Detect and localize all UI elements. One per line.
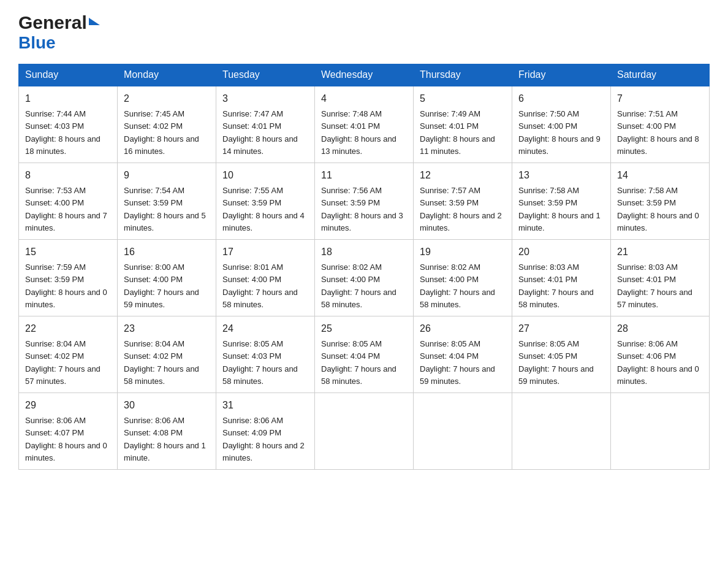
day-info: Sunrise: 8:05 AMSunset: 4:03 PMDaylight:… [222, 339, 298, 386]
day-number: 2 [124, 91, 210, 106]
calendar-cell: 14Sunrise: 7:58 AMSunset: 3:59 PMDayligh… [611, 163, 710, 240]
calendar-cell: 1Sunrise: 7:44 AMSunset: 4:03 PMDaylight… [19, 86, 118, 163]
calendar-cell [512, 393, 611, 470]
calendar-cell: 10Sunrise: 7:55 AMSunset: 3:59 PMDayligh… [216, 163, 315, 240]
calendar-cell: 28Sunrise: 8:06 AMSunset: 4:06 PMDayligh… [611, 316, 710, 393]
calendar-cell: 11Sunrise: 7:56 AMSunset: 3:59 PMDayligh… [315, 163, 414, 240]
day-info: Sunrise: 8:05 AMSunset: 4:04 PMDaylight:… [321, 339, 396, 386]
calendar-cell: 9Sunrise: 7:54 AMSunset: 3:59 PMDaylight… [118, 163, 216, 240]
day-number: 20 [518, 245, 604, 259]
logo: General Blue [18, 12, 100, 53]
calendar-cell: 23Sunrise: 8:04 AMSunset: 4:02 PMDayligh… [118, 316, 216, 393]
calendar-cell: 5Sunrise: 7:49 AMSunset: 4:01 PMDaylight… [414, 86, 512, 163]
day-info: Sunrise: 7:58 AMSunset: 3:59 PMDaylight:… [518, 186, 601, 232]
day-info: Sunrise: 8:05 AMSunset: 4:04 PMDaylight:… [420, 339, 495, 386]
day-number: 3 [222, 91, 308, 106]
day-info: Sunrise: 8:05 AMSunset: 4:05 PMDaylight:… [518, 339, 594, 386]
day-number: 18 [321, 245, 407, 259]
calendar-cell: 21Sunrise: 8:03 AMSunset: 4:01 PMDayligh… [611, 240, 710, 316]
weekday-header-monday: Monday [118, 64, 216, 86]
week-row-4: 22Sunrise: 8:04 AMSunset: 4:02 PMDayligh… [19, 316, 710, 393]
day-number: 14 [617, 168, 703, 183]
day-info: Sunrise: 7:51 AMSunset: 4:00 PMDaylight:… [617, 109, 699, 156]
weekday-header-tuesday: Tuesday [216, 64, 315, 86]
day-number: 16 [124, 245, 210, 259]
day-number: 29 [25, 398, 111, 413]
day-info: Sunrise: 7:57 AMSunset: 3:59 PMDaylight:… [420, 186, 502, 232]
day-info: Sunrise: 8:06 AMSunset: 4:07 PMDaylight:… [25, 416, 107, 462]
day-info: Sunrise: 8:06 AMSunset: 4:06 PMDaylight:… [617, 339, 699, 386]
day-number: 1 [25, 91, 111, 106]
day-number: 26 [420, 321, 506, 336]
day-info: Sunrise: 8:03 AMSunset: 4:01 PMDaylight:… [617, 262, 692, 309]
day-number: 23 [124, 321, 210, 336]
day-number: 13 [518, 168, 604, 183]
day-info: Sunrise: 7:54 AMSunset: 3:59 PMDaylight:… [124, 186, 206, 232]
day-info: Sunrise: 8:04 AMSunset: 4:02 PMDaylight:… [25, 339, 100, 386]
day-number: 15 [25, 245, 111, 259]
weekday-header-sunday: Sunday [19, 64, 118, 86]
calendar-cell: 19Sunrise: 8:02 AMSunset: 4:00 PMDayligh… [414, 240, 512, 316]
day-info: Sunrise: 7:49 AMSunset: 4:01 PMDaylight:… [420, 109, 495, 156]
day-number: 19 [420, 245, 506, 259]
day-info: Sunrise: 7:53 AMSunset: 4:00 PMDaylight:… [25, 186, 107, 232]
calendar-cell: 20Sunrise: 8:03 AMSunset: 4:01 PMDayligh… [512, 240, 611, 316]
day-info: Sunrise: 7:58 AMSunset: 3:59 PMDaylight:… [617, 186, 699, 232]
day-number: 9 [124, 168, 210, 183]
calendar-cell: 30Sunrise: 8:06 AMSunset: 4:08 PMDayligh… [118, 393, 216, 470]
weekday-header-thursday: Thursday [414, 64, 512, 86]
calendar-cell: 29Sunrise: 8:06 AMSunset: 4:07 PMDayligh… [19, 393, 118, 470]
day-info: Sunrise: 7:44 AMSunset: 4:03 PMDaylight:… [25, 109, 100, 156]
calendar-cell: 6Sunrise: 7:50 AMSunset: 4:00 PMDaylight… [512, 86, 611, 163]
day-number: 24 [222, 321, 308, 336]
calendar-cell [315, 393, 414, 470]
weekday-header-saturday: Saturday [611, 64, 710, 86]
week-row-2: 8Sunrise: 7:53 AMSunset: 4:00 PMDaylight… [19, 163, 710, 240]
page-header: General Blue [18, 12, 710, 53]
day-number: 4 [321, 91, 407, 106]
day-info: Sunrise: 7:45 AMSunset: 4:02 PMDaylight:… [124, 109, 199, 156]
day-info: Sunrise: 8:02 AMSunset: 4:00 PMDaylight:… [420, 262, 495, 309]
day-info: Sunrise: 7:48 AMSunset: 4:01 PMDaylight:… [321, 109, 396, 156]
week-row-5: 29Sunrise: 8:06 AMSunset: 4:07 PMDayligh… [19, 393, 710, 470]
day-info: Sunrise: 8:00 AMSunset: 4:00 PMDaylight:… [124, 262, 199, 309]
calendar-cell: 27Sunrise: 8:05 AMSunset: 4:05 PMDayligh… [512, 316, 611, 393]
calendar-cell [611, 393, 710, 470]
day-number: 31 [222, 398, 308, 413]
day-number: 10 [222, 168, 308, 183]
calendar-cell: 26Sunrise: 8:05 AMSunset: 4:04 PMDayligh… [414, 316, 512, 393]
logo-general: General [18, 12, 87, 33]
day-info: Sunrise: 8:02 AMSunset: 4:00 PMDaylight:… [321, 262, 396, 309]
calendar-cell: 3Sunrise: 7:47 AMSunset: 4:01 PMDaylight… [216, 86, 315, 163]
day-info: Sunrise: 8:06 AMSunset: 4:08 PMDaylight:… [124, 416, 206, 462]
calendar-cell: 24Sunrise: 8:05 AMSunset: 4:03 PMDayligh… [216, 316, 315, 393]
day-info: Sunrise: 7:50 AMSunset: 4:00 PMDaylight:… [518, 109, 601, 156]
calendar-cell: 17Sunrise: 8:01 AMSunset: 4:00 PMDayligh… [216, 240, 315, 316]
calendar-cell [414, 393, 512, 470]
day-number: 21 [617, 245, 703, 259]
calendar-cell: 31Sunrise: 8:06 AMSunset: 4:09 PMDayligh… [216, 393, 315, 470]
calendar-cell: 12Sunrise: 7:57 AMSunset: 3:59 PMDayligh… [414, 163, 512, 240]
calendar-cell: 18Sunrise: 8:02 AMSunset: 4:00 PMDayligh… [315, 240, 414, 316]
day-info: Sunrise: 8:01 AMSunset: 4:00 PMDaylight:… [222, 262, 298, 309]
logo-blue: Blue [18, 33, 56, 53]
calendar-cell: 13Sunrise: 7:58 AMSunset: 3:59 PMDayligh… [512, 163, 611, 240]
week-row-3: 15Sunrise: 7:59 AMSunset: 3:59 PMDayligh… [19, 240, 710, 316]
day-number: 12 [420, 168, 506, 183]
day-number: 5 [420, 91, 506, 106]
calendar-cell: 4Sunrise: 7:48 AMSunset: 4:01 PMDaylight… [315, 86, 414, 163]
day-info: Sunrise: 7:55 AMSunset: 3:59 PMDaylight:… [222, 186, 305, 232]
day-number: 22 [25, 321, 111, 336]
weekday-header-friday: Friday [512, 64, 611, 86]
calendar-cell: 25Sunrise: 8:05 AMSunset: 4:04 PMDayligh… [315, 316, 414, 393]
day-number: 28 [617, 321, 703, 336]
logo-arrow-icon [89, 18, 100, 25]
day-number: 25 [321, 321, 407, 336]
calendar-cell: 15Sunrise: 7:59 AMSunset: 3:59 PMDayligh… [19, 240, 118, 316]
day-number: 17 [222, 245, 308, 259]
calendar-cell: 22Sunrise: 8:04 AMSunset: 4:02 PMDayligh… [19, 316, 118, 393]
calendar-cell: 7Sunrise: 7:51 AMSunset: 4:00 PMDaylight… [611, 86, 710, 163]
weekday-header-row: SundayMondayTuesdayWednesdayThursdayFrid… [19, 64, 710, 86]
calendar-cell: 16Sunrise: 8:00 AMSunset: 4:00 PMDayligh… [118, 240, 216, 316]
day-info: Sunrise: 7:47 AMSunset: 4:01 PMDaylight:… [222, 109, 298, 156]
